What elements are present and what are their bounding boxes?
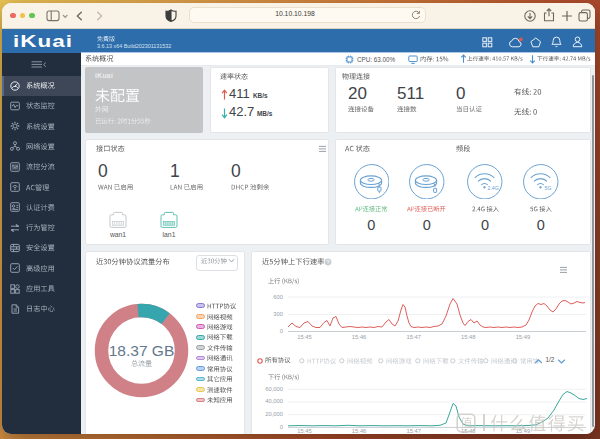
svg-text:?: ? (327, 259, 330, 265)
